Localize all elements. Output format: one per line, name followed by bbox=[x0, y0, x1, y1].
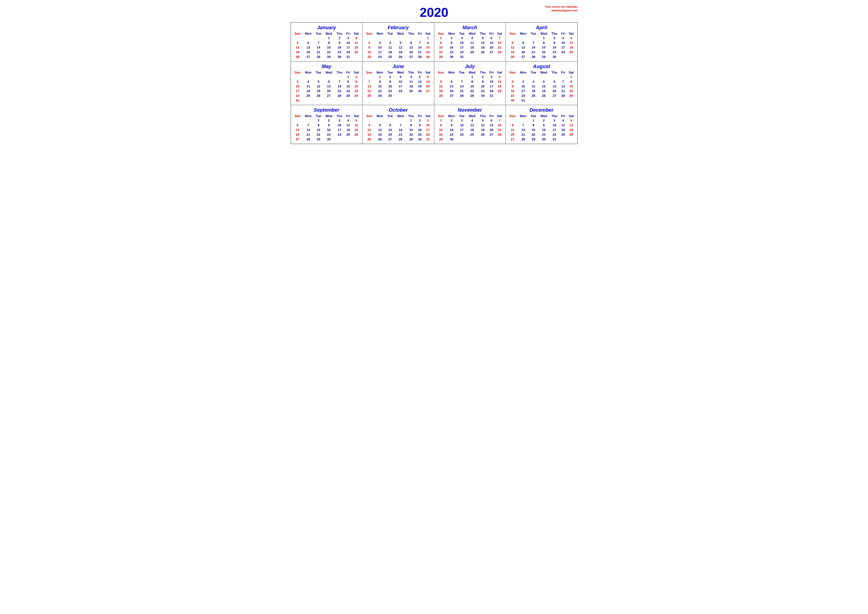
day-cell bbox=[529, 36, 538, 40]
day-cell bbox=[303, 118, 314, 123]
page-header: 2020 Your source for Calendar www.jtoolg… bbox=[291, 5, 578, 20]
day-cell bbox=[507, 36, 518, 40]
day-cell: 29 bbox=[314, 137, 323, 142]
week-row: 45678910 bbox=[364, 123, 432, 127]
day-cell bbox=[406, 36, 416, 40]
month-table: SunMonTueWedThuFriSat1234567891011121314… bbox=[293, 70, 361, 103]
day-cell: 5 bbox=[436, 79, 446, 84]
week-row: 6789101112 bbox=[507, 123, 576, 127]
day-cell: 26 bbox=[416, 88, 423, 93]
day-cell: 11 bbox=[495, 79, 504, 84]
week-row: 6789101112 bbox=[293, 123, 361, 127]
day-cell: 6 bbox=[323, 79, 334, 84]
day-cell: 31 bbox=[423, 137, 432, 142]
weekday-header-sat: Sat bbox=[567, 31, 575, 36]
day-cell: 26 bbox=[478, 132, 488, 137]
month-table: SunMonTueWedThuFriSat1234567891011121314… bbox=[436, 70, 504, 98]
day-cell bbox=[395, 36, 406, 40]
day-cell: 8 bbox=[314, 123, 323, 127]
day-cell: 3 bbox=[488, 74, 495, 79]
day-cell: 17 bbox=[423, 127, 432, 132]
day-cell: 15 bbox=[423, 45, 432, 50]
day-cell: 18 bbox=[364, 132, 375, 137]
day-cell: 26 bbox=[375, 137, 386, 142]
day-cell: 25 bbox=[467, 50, 478, 54]
week-row: 1 bbox=[507, 74, 576, 79]
day-cell: 10 bbox=[488, 79, 495, 84]
day-cell: 22 bbox=[375, 88, 386, 93]
week-row: 27282930 bbox=[293, 137, 361, 142]
day-cell: 15 bbox=[375, 84, 386, 88]
month-name: May bbox=[293, 64, 361, 69]
day-cell bbox=[395, 93, 406, 98]
day-cell: 16 bbox=[385, 84, 395, 88]
day-cell: 18 bbox=[385, 50, 395, 54]
day-cell bbox=[518, 74, 529, 79]
weekday-header-sun: Sun bbox=[293, 114, 303, 118]
day-cell: 18 bbox=[467, 127, 478, 132]
day-cell: 4 bbox=[467, 118, 478, 123]
day-cell: 16 bbox=[352, 84, 361, 88]
day-cell bbox=[549, 98, 560, 103]
day-cell: 14 bbox=[495, 123, 504, 127]
day-cell bbox=[567, 54, 575, 59]
day-cell: 26 bbox=[538, 93, 549, 98]
weekday-header-fri: Fri bbox=[488, 114, 495, 118]
day-cell: 3 bbox=[293, 79, 303, 84]
day-cell: 17 bbox=[457, 45, 467, 50]
month-block-august: AugustSunMonTueWedThuFriSat1234567891011… bbox=[506, 61, 577, 105]
day-cell: 27 bbox=[446, 93, 457, 98]
day-cell bbox=[303, 74, 314, 79]
week-row: 123 bbox=[364, 118, 432, 123]
week-row: 1234 bbox=[293, 36, 361, 40]
weekday-header-fri: Fri bbox=[344, 70, 352, 74]
weekday-header-mon: Mon bbox=[375, 31, 386, 36]
day-cell bbox=[364, 74, 375, 79]
day-cell: 29 bbox=[323, 54, 334, 59]
day-cell bbox=[334, 137, 344, 142]
day-cell: 27 bbox=[293, 137, 303, 142]
month-block-december: DecemberSunMonTueWedThuFriSat12345678910… bbox=[506, 105, 577, 144]
day-cell: 25 bbox=[385, 54, 395, 59]
week-row: 123456 bbox=[364, 74, 432, 79]
day-cell: 21 bbox=[303, 132, 314, 137]
month-block-july: JulySunMonTueWedThuFriSat123456789101112… bbox=[434, 61, 506, 105]
weekday-header-thu: Thu bbox=[478, 31, 488, 36]
day-cell: 9 bbox=[507, 84, 518, 88]
weekday-header-wed: Wed bbox=[323, 31, 334, 36]
day-cell: 22 bbox=[467, 88, 478, 93]
day-cell: 23 bbox=[549, 50, 560, 54]
day-cell bbox=[385, 118, 395, 123]
month-block-october: OctoberSunMonTueWedThuFriSat123456789101… bbox=[362, 105, 434, 144]
day-cell: 29 bbox=[436, 137, 446, 142]
day-cell: 9 bbox=[364, 45, 375, 50]
day-cell: 19 bbox=[478, 45, 488, 50]
day-cell: 5 bbox=[395, 40, 406, 45]
day-cell: 21 bbox=[529, 50, 538, 54]
day-cell: 18 bbox=[406, 84, 416, 88]
day-cell: 10 bbox=[560, 40, 567, 45]
day-cell: 4 bbox=[529, 79, 538, 84]
week-row: 13141516171819 bbox=[507, 127, 576, 132]
day-cell: 13 bbox=[323, 84, 334, 88]
day-cell: 11 bbox=[344, 123, 352, 127]
week-row: 15161718192021 bbox=[436, 127, 504, 132]
day-cell: 26 bbox=[478, 50, 488, 54]
day-cell: 16 bbox=[416, 127, 423, 132]
weekday-header-fri: Fri bbox=[560, 114, 567, 118]
day-cell: 24 bbox=[395, 88, 406, 93]
day-cell: 30 bbox=[334, 54, 344, 59]
day-cell: 27 bbox=[549, 93, 560, 98]
day-cell: 9 bbox=[323, 123, 334, 127]
day-cell: 24 bbox=[560, 50, 567, 54]
weekday-header-tue: Tue bbox=[529, 31, 538, 36]
weekday-header-mon: Mon bbox=[518, 114, 529, 118]
day-cell: 1 bbox=[423, 36, 432, 40]
day-cell: 28 bbox=[495, 50, 504, 54]
day-cell: 26 bbox=[567, 132, 575, 137]
day-cell: 8 bbox=[406, 123, 416, 127]
weekday-header-sun: Sun bbox=[436, 114, 446, 118]
day-cell: 3 bbox=[375, 40, 386, 45]
day-cell: 12 bbox=[478, 40, 488, 45]
day-cell: 30 bbox=[416, 137, 423, 142]
